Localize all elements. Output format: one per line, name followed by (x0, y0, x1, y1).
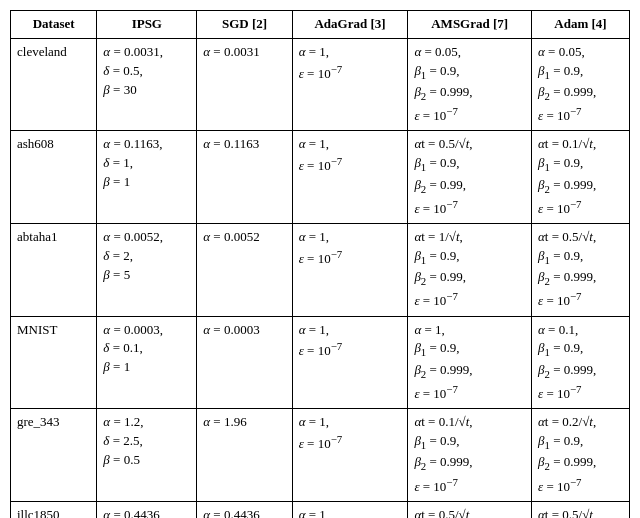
amsgrad-cell: α = 0.05,β1 = 0.9,β2 = 0.999,ε = 10−7 (408, 38, 532, 131)
adagrad-cell: α = 1,ε = 10−7 (292, 131, 408, 224)
table-row: abtaha1α = 0.0052,δ = 2,β = 5α = 0.0052α… (11, 224, 630, 317)
dataset-cell: cleveland (11, 38, 97, 131)
dataset-cell: ash608 (11, 131, 97, 224)
adagrad-cell: α = 1,ε = 10−7 (292, 38, 408, 131)
table-row: clevelandα = 0.0031,δ = 0.5,β = 30α = 0.… (11, 38, 630, 131)
adam-cell: αt = 0.5/√t,β1 = 0.9,β2 = 0.999,ε = 10−7 (532, 224, 630, 317)
col-header-adam: Adam [4] (532, 11, 630, 39)
sgd-cell: α = 0.0003 (197, 316, 292, 409)
adam-cell: αt = 0.5/√t,β1 = 0.9,β2 = 0.999,ε = 10−7 (532, 501, 630, 518)
adam-cell: αt = 0.1/√t,β1 = 0.9,β2 = 0.999,ε = 10−7 (532, 131, 630, 224)
sgd-cell: α = 0.0052 (197, 224, 292, 317)
adagrad-cell: α = 1,ε = 10−7 (292, 501, 408, 518)
table-row: MNISTα = 0.0003,δ = 0.1,β = 1α = 0.0003α… (11, 316, 630, 409)
ipsg-cell: α = 0.4436,δ = 2,β = 1 (97, 501, 197, 518)
amsgrad-cell: αt = 1/√t,β1 = 0.9,β2 = 0.99,ε = 10−7 (408, 224, 532, 317)
adagrad-cell: α = 1,ε = 10−7 (292, 409, 408, 502)
col-header-sgd: SGD [2] (197, 11, 292, 39)
adam-cell: α = 0.05,β1 = 0.9,β2 = 0.999,ε = 10−7 (532, 38, 630, 131)
table-row: gre_343α = 1.2,δ = 2.5,β = 0.5α = 1.96α … (11, 409, 630, 502)
amsgrad-cell: αt = 0.1/√t,β1 = 0.9,β2 = 0.999,ε = 10−7 (408, 409, 532, 502)
col-header-ipsg: IPSG (97, 11, 197, 39)
ipsg-cell: α = 0.0031,δ = 0.5,β = 30 (97, 38, 197, 131)
dataset-cell: abtaha1 (11, 224, 97, 317)
adam-cell: α = 0.1,β1 = 0.9,β2 = 0.999,ε = 10−7 (532, 316, 630, 409)
sgd-cell: α = 0.1163 (197, 131, 292, 224)
sgd-cell: α = 0.4436 (197, 501, 292, 518)
amsgrad-cell: αt = 0.5/√t,β1 = 0.9,β2 = 0.99,ε = 10−7 (408, 131, 532, 224)
dataset-cell: illc1850 (11, 501, 97, 518)
col-header-amsgrad: AMSGrad [7] (408, 11, 532, 39)
adam-cell: αt = 0.2/√t,β1 = 0.9,β2 = 0.999,ε = 10−7 (532, 409, 630, 502)
sgd-cell: α = 0.0031 (197, 38, 292, 131)
sgd-cell: α = 1.96 (197, 409, 292, 502)
table-row: ash608α = 0.1163,δ = 1,β = 1α = 0.1163α … (11, 131, 630, 224)
amsgrad-cell: αt = 0.5/√t,β1 = 0.9,β2 = 0.99,ε = 10−7 (408, 501, 532, 518)
amsgrad-cell: α = 1,β1 = 0.9,β2 = 0.999,ε = 10−7 (408, 316, 532, 409)
table-row: illc1850α = 0.4436,δ = 2,β = 1α = 0.4436… (11, 501, 630, 518)
parameters-table: Dataset IPSG SGD [2] AdaGrad [3] AMSGrad… (10, 10, 630, 518)
adagrad-cell: α = 1,ε = 10−7 (292, 316, 408, 409)
col-header-adagrad: AdaGrad [3] (292, 11, 408, 39)
ipsg-cell: α = 0.1163,δ = 1,β = 1 (97, 131, 197, 224)
ipsg-cell: α = 0.0003,δ = 0.1,β = 1 (97, 316, 197, 409)
adagrad-cell: α = 1,ε = 10−7 (292, 224, 408, 317)
col-header-dataset: Dataset (11, 11, 97, 39)
dataset-cell: gre_343 (11, 409, 97, 502)
dataset-cell: MNIST (11, 316, 97, 409)
ipsg-cell: α = 1.2,δ = 2.5,β = 0.5 (97, 409, 197, 502)
ipsg-cell: α = 0.0052,δ = 2,β = 5 (97, 224, 197, 317)
